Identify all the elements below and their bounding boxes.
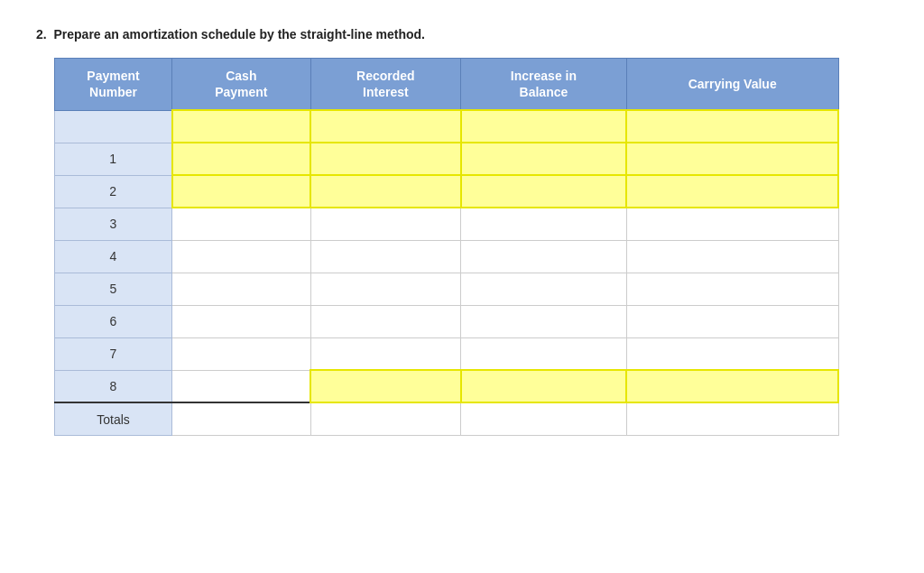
- cash-payment-cell: [172, 337, 311, 370]
- header-carrying-value: Carrying Value: [626, 59, 838, 111]
- recorded-interest-cell: [310, 240, 460, 273]
- carrying-value-input[interactable]: [626, 143, 838, 175]
- payment-num-cell: 7: [55, 337, 172, 370]
- recorded-interest-cell: [310, 273, 460, 305]
- payment-num-cell: 6: [55, 305, 172, 337]
- carrying-value-cell: [626, 337, 838, 370]
- increase-balance-cell: [461, 305, 627, 337]
- header-row: Payment Number Cash Payment Recorded Int…: [55, 59, 839, 111]
- table-row: 2: [55, 175, 839, 208]
- header-payment-number: Payment Number: [55, 59, 172, 111]
- table-row: 1: [55, 143, 839, 175]
- recorded-interest-cell: [310, 305, 460, 337]
- table-wrapper: Payment Number Cash Payment Recorded Int…: [54, 58, 888, 436]
- payment-num-cell: 1: [55, 143, 172, 175]
- carrying-value-input[interactable]: [626, 175, 838, 208]
- increase-balance-input[interactable]: [461, 175, 627, 208]
- carrying-value-cell: [626, 240, 838, 273]
- recorded-interest-input[interactable]: [310, 370, 460, 402]
- cash-payment-cell: [172, 240, 311, 273]
- increase-balance-cell: [461, 240, 627, 273]
- header-recorded-interest: Recorded Interest: [310, 59, 460, 111]
- totals-carrying-value: [626, 402, 838, 435]
- totals-label-cell: Totals: [55, 402, 172, 435]
- carrying-value-input[interactable]: [626, 370, 838, 402]
- totals-recorded-interest: [310, 402, 460, 435]
- increase-balance-input[interactable]: [461, 143, 627, 175]
- increase-balance-cell: [461, 208, 627, 240]
- cash-payment-cell: [172, 273, 311, 305]
- recorded-interest-cell: [310, 337, 460, 370]
- table-row: 7: [55, 337, 839, 370]
- totals-row: Totals: [55, 402, 839, 435]
- increase-balance-cell: [461, 273, 627, 305]
- table-row: 6: [55, 305, 839, 337]
- table-row: 8: [55, 370, 839, 402]
- question-label: 2. Prepare an amortization schedule by t…: [36, 27, 888, 42]
- payment-num-cell: 4: [55, 240, 172, 273]
- header-increase-in-balance: Increase in Balance: [461, 59, 627, 111]
- increase-balance-input[interactable]: [461, 370, 627, 402]
- payment-num-cell: 8: [55, 370, 172, 402]
- cash-payment-cell: [172, 208, 311, 240]
- question-number: 2.: [36, 27, 47, 42]
- carrying-value-cell: [626, 273, 838, 305]
- carrying-value-input[interactable]: [626, 110, 838, 143]
- cash-payment-input[interactable]: [172, 175, 311, 208]
- cash-payment-input[interactable]: [172, 110, 311, 143]
- question-text: Prepare an amortization schedule by the …: [53, 27, 425, 42]
- totals-increase-balance: [461, 402, 627, 435]
- totals-cash-payment: [172, 402, 311, 435]
- increase-balance-input[interactable]: [461, 110, 627, 143]
- cash-payment-cell: [172, 370, 311, 402]
- payment-num-cell: 5: [55, 273, 172, 305]
- recorded-interest-cell: [310, 208, 460, 240]
- table-row: 4: [55, 240, 839, 273]
- cash-payment-cell: [172, 305, 311, 337]
- table-row: 5: [55, 273, 839, 305]
- header-cash-payment: Cash Payment: [172, 59, 311, 111]
- recorded-interest-input[interactable]: [310, 143, 460, 175]
- payment-num-cell: 3: [55, 208, 172, 240]
- table-row: 3: [55, 208, 839, 240]
- increase-balance-cell: [461, 337, 627, 370]
- table-row: [55, 110, 839, 143]
- recorded-interest-input[interactable]: [310, 175, 460, 208]
- cash-payment-input[interactable]: [172, 143, 311, 175]
- amortization-table: Payment Number Cash Payment Recorded Int…: [54, 58, 839, 436]
- payment-num-cell: [55, 110, 172, 143]
- carrying-value-cell: [626, 305, 838, 337]
- carrying-value-cell: [626, 208, 838, 240]
- payment-num-cell: 2: [55, 175, 172, 208]
- recorded-interest-input[interactable]: [310, 110, 460, 143]
